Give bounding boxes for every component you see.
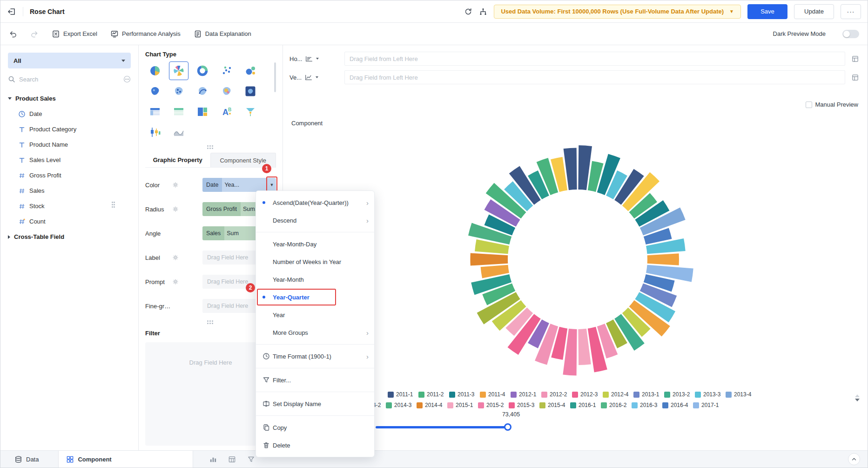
sidebar-resize-handle[interactable] — [112, 202, 115, 209]
add-filter-icon[interactable] — [247, 455, 255, 463]
menu-item-time-format-1900-1[interactable]: Time Format (1900-1)› — [256, 347, 374, 365]
manual-preview-checkbox[interactable] — [806, 102, 812, 108]
legend-item-2011-4[interactable]: 2011-4 — [480, 391, 508, 398]
undo-icon[interactable] — [9, 30, 17, 38]
legend-item-2014-3[interactable]: 2014-3 — [386, 402, 414, 408]
bubble-chart-icon[interactable] — [241, 61, 260, 80]
performance-analysis-button[interactable]: Performance Analysis — [110, 30, 181, 38]
collapse-icon[interactable] — [8, 97, 12, 100]
legend-item-2015-3[interactable]: 2015-3 — [509, 402, 537, 408]
shelf-card-icon[interactable] — [849, 74, 861, 81]
horizontal-drop-zone[interactable]: Drag Field from Left Here — [344, 52, 845, 66]
treemap-icon[interactable] — [193, 102, 212, 121]
field-item-count[interactable]: Count — [8, 214, 131, 229]
field-item-sales-level[interactable]: Sales Level — [8, 152, 131, 168]
word-cloud-icon[interactable]: AB — [217, 102, 236, 121]
table-detail-icon[interactable] — [169, 102, 188, 121]
data-volume-banner[interactable]: Used Data Volume: First 10000,000 Rows (… — [494, 5, 741, 19]
legend-item-2017-1[interactable]: 2017-1 — [693, 402, 721, 408]
legend-item-2013-2[interactable]: 2013-2 — [664, 391, 692, 398]
slider-track[interactable] — [376, 426, 508, 428]
dark-preview-toggle[interactable] — [842, 30, 859, 38]
gear-icon[interactable] — [172, 254, 179, 261]
gear-icon[interactable] — [172, 278, 179, 285]
field-item-product-category[interactable]: Product Category — [8, 122, 131, 137]
field-item-product-name[interactable]: Product Name — [8, 137, 131, 152]
save-button[interactable]: Save — [747, 4, 787, 19]
legend-item-2016-3[interactable]: 2016-3 — [632, 402, 659, 408]
menu-item-delete[interactable]: Delete — [256, 436, 374, 454]
exit-editor-icon[interactable] — [7, 7, 16, 16]
donut-chart-icon[interactable] — [193, 61, 212, 80]
tab-component[interactable]: Component — [58, 451, 193, 468]
panel-drag-handle[interactable] — [206, 145, 215, 150]
legend-item-2012-3[interactable]: 2012-3 — [572, 391, 600, 398]
legend-item-2013-1[interactable]: 2013-1 — [633, 391, 661, 398]
field-item-gross-profit[interactable]: Gross Profit — [8, 168, 131, 183]
menu-item-more-groups[interactable]: More Groups› — [256, 324, 374, 341]
legend-item-2016-4[interactable]: 2016-4 — [662, 402, 690, 408]
menu-item-year[interactable]: Year — [256, 306, 374, 324]
legend-pager[interactable] — [855, 394, 860, 401]
legend-item-2013-3[interactable]: 2013-3 — [695, 391, 723, 398]
legend-item-2014-4[interactable]: 2014-4 — [417, 402, 444, 408]
menu-item-set-display-name[interactable]: Set Display Name — [256, 395, 374, 413]
legend-item-2011-2[interactable]: 2011-2 — [418, 391, 446, 398]
menu-item-year-month-day[interactable]: Year-Month-Day — [256, 235, 374, 253]
add-chart-icon[interactable] — [209, 455, 217, 463]
vertical-drop-zone[interactable]: Drag Field from Left Here — [344, 70, 845, 84]
field-item-sales[interactable]: Sales — [8, 183, 131, 198]
gear-icon[interactable] — [172, 182, 179, 188]
legend-item-2012-1[interactable]: 2012-1 — [511, 391, 538, 398]
expand-icon[interactable] — [8, 235, 10, 239]
scatter-chart-icon[interactable] — [217, 61, 236, 80]
menu-item-ascend-date-year-quarter[interactable]: Ascend(Date(Year-Quarter))› — [256, 194, 374, 211]
legend-item-2013-4[interactable]: 2013-4 — [726, 391, 754, 398]
panel-drag-handle[interactable] — [206, 320, 215, 325]
pill-dropdown-icon[interactable]: ▼1 — [268, 178, 276, 192]
more-actions-button[interactable]: ··· — [841, 4, 861, 19]
collapse-panel-button[interactable] — [848, 453, 860, 465]
field-item-date[interactable]: Date — [8, 106, 131, 122]
menu-item-copy[interactable]: Copy — [256, 419, 374, 436]
refresh-icon[interactable] — [464, 7, 472, 16]
tab-graphic-property[interactable]: Graphic Property — [145, 153, 210, 167]
range-area-icon[interactable] — [169, 123, 188, 142]
search-options-icon[interactable] — [123, 75, 131, 83]
box-plot-icon[interactable] — [145, 123, 165, 142]
menu-item-year-quarter[interactable]: Year-Quarter2 — [256, 288, 374, 306]
map-point-icon[interactable] — [169, 82, 188, 101]
gear-icon[interactable] — [172, 206, 179, 212]
menu-item-descend[interactable]: Descend› — [256, 211, 374, 229]
data-explanation-button[interactable]: Data Explanation — [194, 30, 251, 38]
table-scope-select[interactable]: All — [8, 53, 131, 68]
legend-item-2016-1[interactable]: 2016-1 — [570, 402, 598, 408]
table-summary-icon[interactable] — [145, 102, 165, 121]
horizontal-shelf-label-box[interactable]: Ho... — [289, 54, 341, 63]
scrollbar-thumb[interactable] — [274, 62, 276, 92]
legend-item-2012-4[interactable]: 2012-4 — [603, 391, 631, 398]
add-table-icon[interactable] — [228, 455, 236, 463]
menu-item-filter[interactable]: Filter... — [256, 371, 374, 389]
rose-chart-icon[interactable] — [169, 61, 188, 80]
slider-handle[interactable] — [504, 423, 511, 431]
legend-item-2015-2[interactable]: 2015-2 — [478, 402, 506, 408]
legend-item-2012-2[interactable]: 2012-2 — [541, 391, 569, 398]
vertical-shelf-label-box[interactable]: Ve... — [289, 73, 341, 81]
shelf-card-icon[interactable] — [849, 55, 861, 63]
export-excel-button[interactable]: Export Excel — [52, 30, 97, 38]
search-input[interactable] — [19, 76, 120, 83]
field-pill-date[interactable]: DateYea...▼1 — [202, 178, 276, 192]
legend-item-2015-1[interactable]: 2015-1 — [447, 402, 475, 408]
map-heat-icon[interactable] — [217, 82, 236, 101]
rose-chart[interactable] — [429, 110, 727, 408]
legend-item-2011-1[interactable]: 2011-1 — [388, 391, 416, 398]
map-region-icon[interactable] — [145, 82, 165, 101]
map-flow-icon[interactable] — [193, 82, 212, 101]
tree-group-cross-table-field[interactable]: Cross-Table Field — [8, 229, 131, 244]
legend-item-2016-2[interactable]: 2016-2 — [601, 402, 629, 408]
legend-item-2015-4[interactable]: 2015-4 — [539, 402, 567, 408]
tab-data[interactable]: Data — [0, 451, 52, 468]
redo-icon[interactable] — [30, 30, 39, 38]
funnel-chart-icon[interactable] — [241, 102, 260, 121]
